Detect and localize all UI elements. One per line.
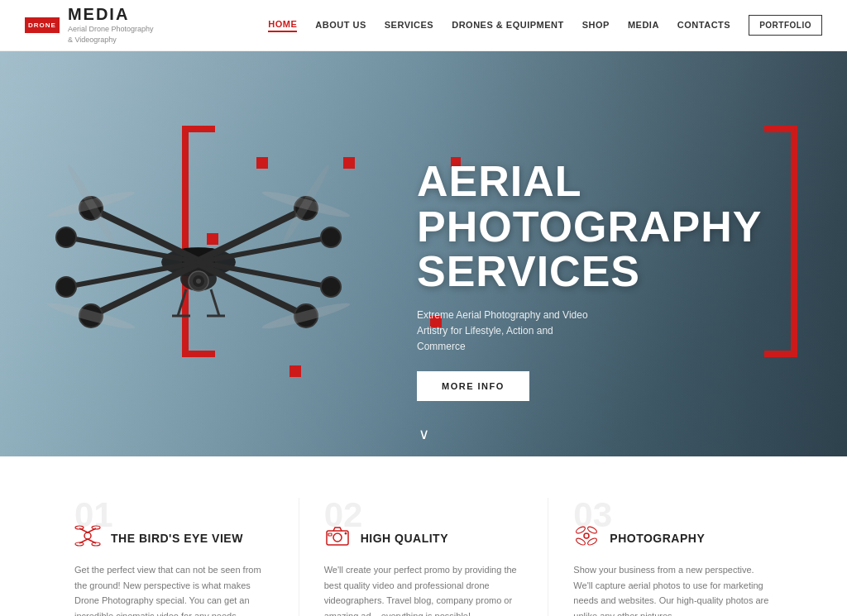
svg-point-38	[92, 526, 100, 529]
logo-brand: MEDIA	[68, 5, 154, 24]
camera-icon	[324, 524, 351, 552]
svg-point-46	[576, 525, 586, 534]
logo-area: DRONE MEDIA Aerial Drone Photography & V…	[25, 5, 153, 45]
svg-rect-44	[328, 533, 332, 536]
svg-point-49	[587, 537, 598, 546]
svg-point-48	[576, 537, 586, 546]
svg-point-21	[321, 277, 341, 297]
svg-point-40	[92, 542, 100, 546]
features-section: 01 THE BIRD'S EYE VIEW Get the perfect v…	[0, 456, 847, 616]
propeller-icon	[573, 524, 600, 552]
svg-point-39	[75, 542, 84, 546]
hero-title: AERIAL PHOTOGRAPHY SERVICES	[417, 159, 764, 294]
hero-content: AERIAL PHOTOGRAPHY SERVICES Extreme Aeri…	[417, 159, 764, 401]
hero-subtitle: Extreme Aerial Photography and Video Art…	[417, 308, 599, 356]
feature-heading-3: PHOTOGRAPHY	[610, 532, 705, 545]
scroll-down-arrow[interactable]: ∨	[419, 425, 429, 443]
main-nav: HOME ABOUT US SERVICES DRONES & EQUIPMEN…	[268, 15, 822, 36]
svg-line-28	[178, 289, 186, 316]
svg-line-29	[211, 289, 219, 316]
nav-item-services[interactable]: SERVICES	[385, 20, 433, 31]
feature-heading-2: HIGH QUALITY	[361, 532, 448, 545]
svg-point-32	[84, 532, 91, 539]
feature-desc-2: We'll create your perfect promo by provi…	[324, 562, 524, 616]
feature-desc-3: Show your business from a new perspectiv…	[573, 562, 773, 616]
nav-item-home[interactable]: HOME	[268, 19, 297, 32]
svg-point-37	[75, 526, 84, 529]
feature-heading-1: THE BIRD'S EYE VIEW	[111, 532, 243, 545]
nav-item-about[interactable]: ABOUT US	[315, 20, 366, 31]
header: DRONE MEDIA Aerial Drone Photography & V…	[0, 0, 847, 51]
feature-col-2: 02 HIGH QUALITY We'll create your perfec…	[299, 498, 549, 616]
svg-point-5	[196, 279, 201, 284]
hero-cta-button[interactable]: MORE INFO	[417, 371, 529, 401]
nav-item-drones[interactable]: DRONES & EQUIPMENT	[452, 20, 564, 31]
nav-item-contacts[interactable]: CONTACTS	[677, 20, 730, 31]
logo-box: DRONE	[25, 17, 60, 34]
svg-point-42	[333, 533, 342, 542]
nav-item-media[interactable]: MEDIA	[628, 20, 659, 31]
svg-point-20	[56, 277, 76, 297]
svg-point-43	[344, 532, 347, 535]
hero-section: AERIAL PHOTOGRAPHY SERVICES Extreme Aeri…	[0, 51, 847, 456]
nav-item-shop[interactable]: SHOP	[582, 20, 610, 31]
logo-tagline: Aerial Drone Photography & Videography	[68, 24, 154, 45]
svg-point-18	[56, 227, 76, 247]
svg-point-19	[321, 227, 341, 247]
feature-desc-1: Get the perfect view that can not be see…	[74, 562, 274, 616]
feature-col-3: 03 PHOTOGRAPHY Show your business from a…	[548, 498, 797, 616]
nav-item-portfolio[interactable]: PORTFOLIO	[749, 15, 822, 36]
drone-image	[25, 101, 372, 415]
svg-point-47	[587, 525, 598, 534]
feature-col-1: 01 THE BIRD'S EYE VIEW Get the perfect v…	[50, 498, 299, 616]
drone-icon	[74, 524, 101, 552]
bracket-right	[764, 126, 797, 357]
svg-point-45	[584, 533, 589, 538]
